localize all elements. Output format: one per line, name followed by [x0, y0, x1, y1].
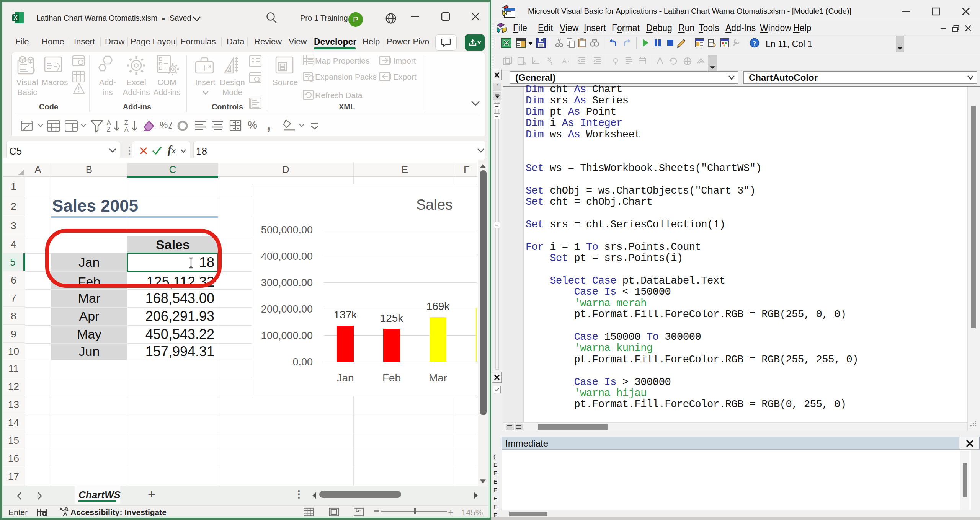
svg-text:Z: Z [107, 126, 111, 133]
svg-text:A: A [562, 58, 567, 64]
svg-text:%: % [160, 120, 168, 130]
svg-text:?: ? [753, 40, 756, 47]
svg-text:A: A [107, 119, 111, 126]
svg-text:Z: Z [124, 119, 128, 126]
svg-text:X: X [13, 15, 18, 21]
svg-text:A: A [124, 126, 129, 133]
